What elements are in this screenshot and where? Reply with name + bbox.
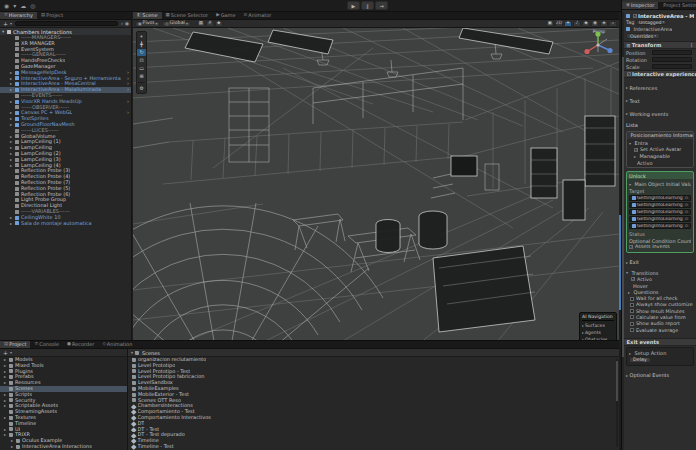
- object-field[interactable]: GettingInfoLearning: [629, 202, 691, 208]
- foldout-row[interactable]: References: [626, 84, 694, 91]
- vector-field[interactable]: [652, 50, 692, 55]
- asset-row[interactable]: Timeline - Test: [128, 444, 619, 450]
- setup-action-foldout[interactable]: Setup Action: [629, 350, 691, 357]
- hierarchy-item[interactable]: Sala de montaje automatica: [0, 221, 131, 227]
- file-pane-scrollbar[interactable]: [616, 359, 618, 447]
- hierarchy-search-input[interactable]: [15, 21, 118, 26]
- optional-condition-row[interactable]: Optional Condition Count: [629, 237, 691, 244]
- scene-toggle-button[interactable]: ◉: [591, 21, 599, 27]
- foldout-row[interactable]: Text: [626, 97, 694, 104]
- panel-tab[interactable]: ▦Scene Selector: [162, 12, 213, 19]
- checkbox[interactable]: [630, 303, 634, 307]
- toolbar-icon[interactable]: ◎: [30, 0, 35, 11]
- overrides-button[interactable]: Overrides▾: [626, 33, 660, 39]
- transport-button[interactable]: ∥: [361, 1, 374, 10]
- checkbox[interactable]: [630, 322, 634, 326]
- check-option-row[interactable]: Show result Minutes: [630, 308, 694, 314]
- object-field[interactable]: GettingInfoLearning: [629, 195, 691, 201]
- scene-viewport[interactable]: ⌖╋↻⊡▭⊞ ⚙ Persp AI Navigation SurfacesA: [133, 28, 619, 340]
- checkbox[interactable]: [629, 245, 633, 249]
- scene-toggle-button[interactable]: ▣: [546, 21, 554, 27]
- panel-tab[interactable]: ⊙Animator: [240, 12, 276, 19]
- scrollbar-thumb[interactable]: [622, 57, 624, 357]
- object-field[interactable]: GettingInfoLearning: [629, 223, 691, 229]
- exit-events-header[interactable]: Exit events: [622, 338, 696, 346]
- toolbar-dropdown[interactable]: ◎Global▾: [162, 21, 191, 27]
- script-component-header[interactable]: Interactive experience (Script): [622, 70, 696, 78]
- toolbar-icon[interactable]: ◉: [4, 0, 9, 11]
- panel-tab[interactable]: Project Settings: [658, 2, 696, 9]
- scene-toggle-button[interactable]: #: [206, 21, 214, 27]
- checkbox[interactable]: [630, 309, 634, 313]
- prefab-open-arrow-icon[interactable]: [127, 99, 131, 105]
- toolbar-icon[interactable]: ▾: [13, 0, 16, 11]
- toolbar-icon[interactable]: ◉: [125, 20, 129, 27]
- scene-root-row[interactable]: ▾ Chambers Interactions: [0, 28, 131, 35]
- delay-button[interactable]: Delay: [629, 357, 651, 363]
- tool-button[interactable]: ╋: [137, 41, 146, 48]
- inspector-scrollbar[interactable]: [622, 12, 624, 450]
- add-caret-icon[interactable]: ▾: [10, 21, 12, 26]
- gameobject-name[interactable]: InteractiveArea - MalaIluminada: [638, 13, 694, 19]
- check-option-row[interactable]: Always show customize: [630, 302, 694, 308]
- scrollbar-thumb[interactable]: [616, 361, 618, 401]
- active-checkbox[interactable]: [633, 14, 637, 18]
- component-enabled-checkbox[interactable]: [627, 72, 631, 76]
- tool-button[interactable]: ▭: [137, 65, 146, 72]
- toolbar-dropdown[interactable]: ▣Pivot▾: [135, 21, 160, 27]
- panel-tab[interactable]: ◉Inspector: [622, 2, 658, 9]
- tool-button[interactable]: ↻: [137, 49, 146, 56]
- nav-foldout[interactable]: Surfaces: [582, 322, 614, 329]
- add-caret-icon[interactable]: ▾: [10, 350, 12, 355]
- object-picker-icon[interactable]: [685, 216, 688, 221]
- checkbox[interactable]: [631, 277, 635, 281]
- panel-tab[interactable]: ≡Hierarchy: [0, 12, 37, 19]
- scene-toggle-button[interactable]: ◆: [215, 21, 223, 27]
- checkbox[interactable]: [630, 315, 634, 319]
- folder-breadcrumb[interactable]: ▾ Scenes: [128, 349, 619, 357]
- assets-invents-row[interactable]: Assets Invents: [629, 244, 691, 250]
- toolbar-icon[interactable]: ☁: [20, 0, 26, 11]
- vector-field[interactable]: [652, 57, 692, 62]
- panel-tab[interactable]: ▶Game: [212, 12, 239, 19]
- nav-foldout[interactable]: Agents: [582, 329, 614, 336]
- scene-toggle-button[interactable]: ◆: [582, 21, 590, 27]
- checkbox[interactable]: [630, 328, 634, 332]
- scene-toggle-button[interactable]: ▦: [197, 21, 205, 27]
- orientation-gizmo[interactable]: Persp: [583, 30, 615, 34]
- panel-tab[interactable]: ≡Console: [30, 341, 63, 348]
- panel-tab[interactable]: ▤Project: [37, 12, 67, 19]
- checkbox[interactable]: [630, 297, 634, 301]
- transport-button[interactable]: ⇥: [375, 1, 388, 10]
- panel-tab[interactable]: ◧Scene: [133, 12, 162, 19]
- object-field[interactable]: GettingInfoLearning: [629, 216, 691, 222]
- transform-component-header[interactable]: ⊞ Transform: [622, 41, 696, 49]
- add-asset-button[interactable]: +: [2, 349, 9, 356]
- exit-foldout[interactable]: Exit: [626, 259, 694, 266]
- object-picker-icon[interactable]: [685, 195, 688, 200]
- prefab-open-arrow-icon[interactable]: [127, 87, 131, 93]
- transport-button[interactable]: ▶: [347, 1, 360, 10]
- prefab-asset-name[interactable]: InteractiveArea: [634, 26, 672, 32]
- scene-toggle-button[interactable]: ⌕: [609, 21, 617, 27]
- scene-toggle-button[interactable]: 2D: [555, 21, 563, 27]
- tag-dropdown[interactable]: Untagged▾: [636, 20, 667, 26]
- foldout-row[interactable]: Working events: [626, 110, 694, 117]
- check-option-row[interactable]: Evaluate average: [630, 327, 694, 333]
- object-picker-icon[interactable]: [685, 209, 688, 214]
- panel-tab[interactable]: ▤Project: [0, 341, 30, 348]
- check-option-row[interactable]: Calculate value from: [630, 314, 694, 320]
- lista-item-header[interactable]: Posicionamiento Informacion: [627, 132, 693, 139]
- toolbar-icon[interactable]: ⌕: [121, 20, 124, 27]
- scene-toggle-button[interactable]: ☀: [564, 21, 572, 27]
- unlock-header[interactable]: Unlock: [627, 172, 693, 179]
- prefab-open-arrow-icon[interactable]: [127, 110, 131, 116]
- object-picker-icon[interactable]: [685, 223, 688, 228]
- main-object-foldout[interactable]: Main Object Initial Value: [629, 181, 691, 188]
- add-gameobject-button[interactable]: +: [2, 20, 9, 27]
- vector-field[interactable]: [652, 64, 692, 69]
- object-field[interactable]: GettingInfoLearning: [629, 209, 691, 215]
- tool-button[interactable]: ⌖: [137, 33, 146, 40]
- tool-button[interactable]: ⊡: [137, 57, 146, 64]
- custom-tool-icon[interactable]: ⚙: [137, 85, 146, 92]
